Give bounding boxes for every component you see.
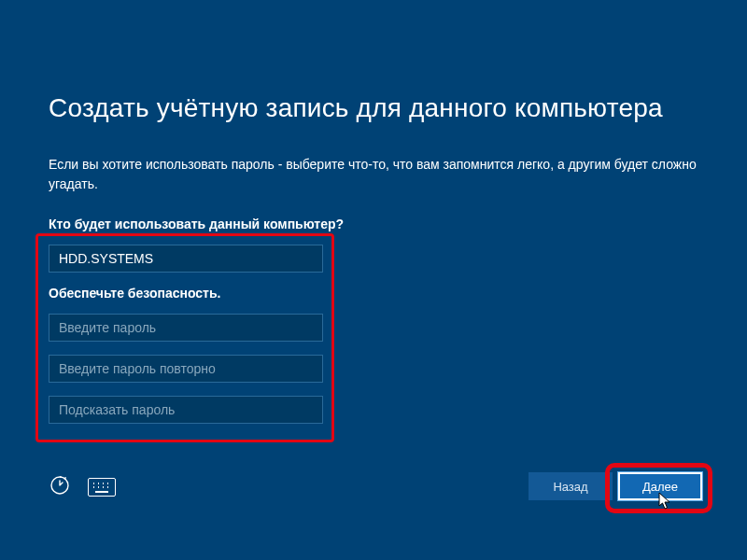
page-title: Создать учётную запись для данного компь… — [49, 93, 698, 123]
username-label: Кто будет использовать данный компьютер? — [49, 217, 698, 231]
page-subtitle: Если вы хотите использовать пароль - выб… — [49, 155, 698, 194]
back-button[interactable]: Назад — [529, 472, 613, 500]
ease-of-access-icon[interactable] — [49, 474, 71, 500]
password-input[interactable] — [49, 314, 323, 342]
next-button[interactable]: Далее — [618, 472, 702, 500]
security-label: Обеспечьте безопасность. — [49, 286, 698, 301]
on-screen-keyboard-icon[interactable] — [88, 478, 116, 497]
password-hint-input[interactable] — [49, 396, 323, 424]
username-input[interactable] — [49, 245, 323, 273]
password-confirm-input[interactable] — [49, 355, 323, 383]
